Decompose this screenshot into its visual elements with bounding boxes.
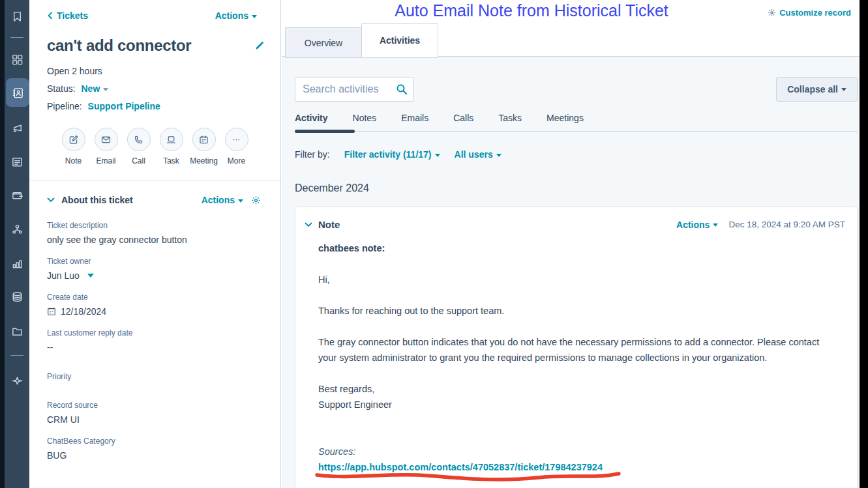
settings-gear-icon[interactable] (251, 195, 261, 205)
customize-record-link[interactable]: Customize record (768, 8, 851, 18)
collapse-all-button[interactable]: Collapse all (776, 77, 858, 102)
note-collapse-toggle[interactable]: Note (305, 219, 340, 230)
panel-actions-dropdown[interactable]: Actions (215, 10, 257, 21)
laptop-icon (166, 134, 177, 145)
note-line: Thanks for reaching out to the support t… (318, 303, 822, 319)
bar-chart-icon[interactable] (5, 251, 29, 276)
pipeline-link[interactable]: Support Pipeline (88, 101, 160, 111)
note-actions-dropdown[interactable]: Actions (676, 220, 718, 230)
note-greeting: Hi, (318, 272, 822, 287)
field-label: Ticket owner (47, 257, 261, 266)
field-label: ChatBees Category (47, 437, 261, 446)
wallet-icon[interactable] (5, 182, 29, 207)
bookmark-icon[interactable] (5, 4, 29, 29)
nav-rail (5, 0, 29, 488)
chevron-down-icon (496, 154, 501, 157)
field-label: Ticket description (47, 221, 261, 230)
note-body: chatbees note: Hi, Thanks for reaching o… (318, 240, 822, 475)
quick-actions-row: Note Email Call Task Meeting More (29, 128, 280, 165)
about-section-title: About this ticket (61, 195, 133, 205)
chevron-down-icon (238, 199, 243, 203)
active-tab-indicator (295, 130, 355, 133)
chevron-down-icon (47, 197, 55, 203)
note-activity-card: Note Actions Dec 18, 2024 at 9:20 AM PST… (295, 207, 858, 488)
calendar-icon (47, 307, 56, 316)
ticket-owner-dropdown[interactable]: Jun Luo (47, 270, 261, 281)
copilot-sparkle-icon[interactable] (5, 368, 29, 393)
chevron-down-icon (435, 154, 440, 157)
phone-icon (133, 134, 144, 145)
status-row: Status: New (47, 80, 263, 97)
status-dropdown[interactable]: New (81, 83, 108, 94)
field-label: Last customer reply date (47, 328, 261, 337)
about-actions-dropdown[interactable]: Actions (202, 195, 243, 205)
chevron-down-icon (103, 88, 108, 91)
calendar-icon (198, 134, 209, 145)
chevron-down-icon (87, 274, 94, 278)
megaphone-icon[interactable] (5, 115, 29, 140)
ticket-record-panel: Tickets Actions can't add connector Open… (29, 0, 281, 488)
task-button[interactable]: Task (160, 128, 183, 165)
note-type-label: Note (318, 219, 340, 230)
main-area: Auto Email Note from Historical Ticket C… (282, 0, 860, 488)
more-button[interactable]: More (225, 128, 248, 165)
red-underline-annotation (314, 470, 633, 485)
note-button[interactable]: Note (62, 128, 85, 165)
back-link-label: Tickets (57, 10, 88, 21)
activity-tab-meetings[interactable]: Meetings (546, 113, 584, 124)
window-edge-right (860, 0, 868, 488)
pipeline-row: Pipeline: Support Pipeline (47, 98, 263, 115)
note-timestamp: Dec 18, 2024 at 9:20 AM PST (728, 220, 845, 229)
field-value: -- (47, 342, 261, 352)
activity-tab-tasks[interactable]: Tasks (498, 113, 522, 124)
tab-activities[interactable]: Activities (361, 23, 438, 58)
meeting-button[interactable]: Meeting (192, 128, 216, 165)
field-label: Priority (47, 372, 261, 381)
call-button[interactable]: Call (127, 128, 151, 165)
nav-divider (10, 37, 23, 38)
settings-gear-icon (768, 8, 776, 17)
edit-pencil-icon[interactable] (254, 40, 265, 51)
about-section-toggle[interactable]: About this ticket (47, 195, 133, 205)
record-header: Auto Email Note from Historical Ticket C… (282, 0, 860, 57)
tab-overview[interactable]: Overview (285, 27, 362, 58)
create-date-value: 12/18/2024 (47, 306, 261, 317)
chevron-down-icon (841, 88, 846, 91)
note-heading: chatbees note: (318, 240, 822, 256)
library-icon[interactable] (5, 149, 29, 174)
open-duration: Open 2 hours (47, 63, 263, 79)
annotation-title: Auto Email Note from Historical Ticket (395, 1, 668, 20)
field-label: Create date (47, 293, 261, 302)
activity-tab-emails[interactable]: Emails (401, 113, 428, 124)
note-pencil-icon (68, 134, 79, 145)
activity-tab-calls[interactable]: Calls (453, 113, 473, 124)
ellipsis-icon (231, 134, 242, 145)
record-tabs: Overview Activities (285, 23, 438, 58)
date-group-heading: December 2024 (295, 182, 858, 194)
filter-activity-dropdown[interactable]: Filter activity (11/17) (344, 149, 440, 160)
chevron-down-icon (252, 15, 257, 18)
folder-icon[interactable] (5, 319, 29, 343)
database-icon[interactable] (5, 284, 29, 309)
activity-tab-activity[interactable]: Activity (295, 113, 328, 124)
activity-tab-notes[interactable]: Notes (353, 113, 377, 124)
chevron-left-icon (47, 12, 53, 20)
grid-icon[interactable] (5, 47, 29, 72)
contacts-book-icon[interactable] (6, 78, 29, 107)
nav-divider (10, 355, 23, 356)
back-to-tickets-link[interactable]: Tickets (47, 10, 88, 21)
field-value: only see the gray connector button (47, 235, 261, 245)
chevron-down-icon (305, 222, 312, 227)
note-paragraph: The gray connector button indicates that… (318, 334, 822, 366)
field-label: Record source (47, 401, 261, 410)
search-icon[interactable] (396, 83, 408, 95)
sources-label: Sources: (318, 444, 822, 459)
chevron-down-icon (713, 223, 718, 227)
org-chart-icon[interactable] (5, 216, 29, 241)
email-button[interactable]: Email (95, 128, 118, 165)
note-closing: Best regards,Support Engineer (318, 381, 822, 412)
filter-users-dropdown[interactable]: All users (455, 149, 501, 160)
activity-tabs-underline (295, 131, 858, 132)
ticket-title: can't add connector (47, 36, 191, 55)
envelope-icon (100, 134, 112, 145)
